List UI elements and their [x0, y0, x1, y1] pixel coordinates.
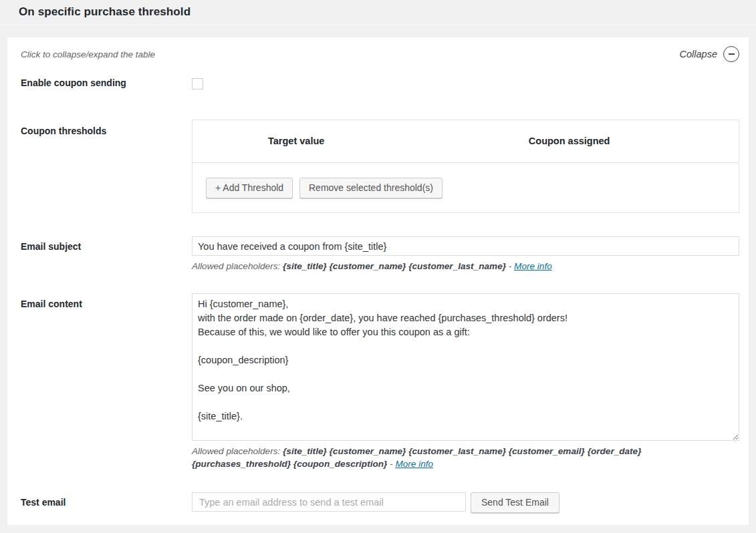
test-email-row: Test email Send Test Email [21, 492, 739, 513]
email-content-textarea[interactable]: Hi {customer_name}, with the order made … [192, 293, 739, 441]
collapse-control[interactable]: Collapse [680, 46, 739, 62]
email-subject-input[interactable] [192, 236, 739, 256]
help-separator: - [506, 261, 514, 271]
more-info-link[interactable]: More info [514, 261, 552, 271]
send-test-email-button[interactable]: Send Test Email [471, 492, 559, 513]
thresholds-table-header-row: Target value Coupon assigned [193, 120, 739, 163]
remove-threshold-button[interactable]: Remove selected threshold(s) [299, 178, 443, 198]
column-header-coupon-assigned: Coupon assigned [400, 120, 739, 163]
add-threshold-button[interactable]: + Add Threshold [206, 178, 293, 198]
collapse-hint-row[interactable]: Click to collapse/expand the table Colla… [21, 46, 739, 62]
email-content-label: Email content [21, 293, 192, 309]
help-prefix: Allowed placeholders: [192, 446, 283, 456]
email-subject-help: Allowed placeholders: {site_title} {cust… [192, 260, 739, 273]
email-content-help: Allowed placeholders: {site_title} {cust… [192, 445, 739, 470]
page-header: On specific purchase threshold [0, 0, 756, 25]
allowed-placeholders: {site_title} {customer_name} {customer_l… [283, 261, 506, 271]
collapse-hint-text: Click to collapse/expand the table [21, 49, 155, 59]
collapse-label[interactable]: Collapse [680, 49, 717, 59]
collapse-minus-icon[interactable] [723, 46, 739, 62]
settings-panel: Click to collapse/expand the table Colla… [7, 37, 749, 525]
more-info-link[interactable]: More info [395, 459, 433, 469]
help-prefix: Allowed placeholders: [192, 261, 283, 271]
thresholds-table-actions-row: + Add Threshold Remove selected threshol… [193, 163, 739, 213]
enable-coupon-label: Enable coupon sending [21, 76, 192, 88]
enable-coupon-checkbox[interactable] [192, 78, 203, 90]
coupon-thresholds-row: Coupon thresholds Target value Coupon as… [21, 120, 739, 213]
email-content-row: Email content Hi {customer_name}, with t… [21, 293, 739, 470]
test-email-label: Test email [21, 492, 192, 508]
column-header-target-value: Target value [193, 120, 400, 163]
email-subject-label: Email subject [21, 236, 192, 252]
email-subject-row: Email subject Allowed placeholders: {sit… [21, 236, 739, 273]
help-separator: - [387, 459, 395, 469]
test-email-input[interactable] [192, 492, 466, 512]
coupon-thresholds-label: Coupon thresholds [21, 120, 192, 136]
page-title: On specific purchase threshold [19, 5, 737, 19]
enable-coupon-row: Enable coupon sending [21, 76, 739, 92]
content-wrap: Click to collapse/expand the table Colla… [0, 25, 756, 533]
thresholds-table: Target value Coupon assigned + Add Thres… [192, 120, 739, 213]
